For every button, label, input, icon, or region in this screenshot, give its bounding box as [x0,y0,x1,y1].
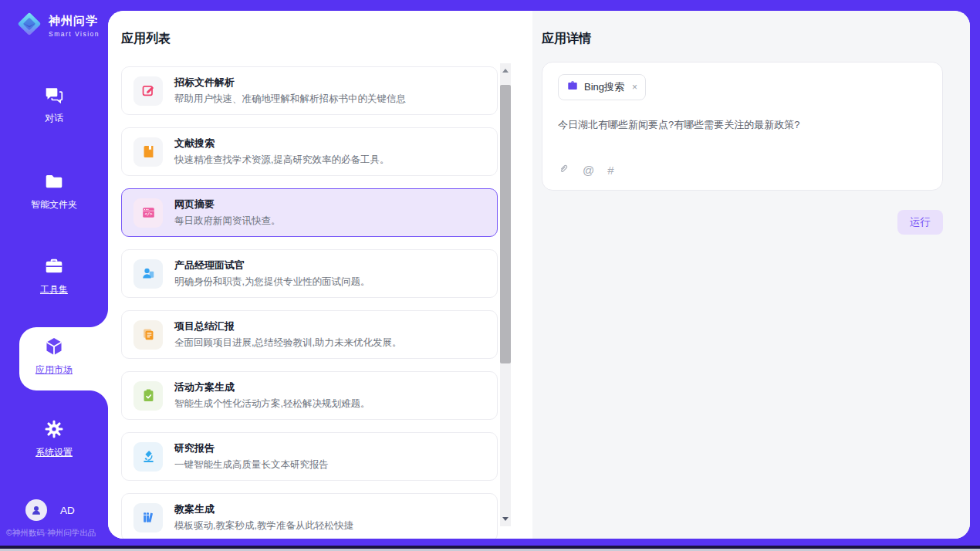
bubble-notch-top [90,309,108,327]
books-icon [133,503,163,532]
list-item-desc: 模板驱动,教案秒成,教学准备从此轻松快捷 [174,519,353,532]
folder-icon [44,171,64,194]
diamond-logo-icon [15,10,43,41]
app-logo: 神州问学 Smart Vision [15,10,100,41]
list-item-pm-interviewer[interactable]: 产品经理面试官 明确身份和职责,为您提供专业性的面试问题。 [121,249,498,298]
briefcase-icon [566,79,579,95]
list-item-title: 文献搜索 [174,137,389,150]
list-item-desc: 一键智能生成高质量长文本研究报告 [174,458,329,472]
list-item-title: 活动方案生成 [174,380,370,394]
app-list: 招标文件解析 帮助用户快速、准确地理解和解析招标书中的关键信息 文献搜索 快速精… [121,66,498,539]
sidebar: 神州问学 Smart Vision 对话 智能文件夹 [0,0,108,549]
app-list-title: 应用列表 [121,31,171,47]
edit-document-icon [133,76,163,106]
browser-window-icon: </> [133,198,163,228]
app-list-panel: 应用列表 招标文件解析 帮助用户快速、准确地理解和解析招标书中的关键信息 [108,11,532,539]
list-item-title: 产品经理面试官 [174,259,370,272]
tool-tag-label: Bing搜索 [584,80,624,94]
paperclip-icon[interactable] [558,163,569,177]
microscope-icon [133,442,163,472]
book-icon [133,137,163,167]
list-item-desc: 智能生成个性化活动方案,轻松解决规划难题。 [174,397,370,411]
list-item-desc: 每日政府新闻资讯快查。 [174,215,281,228]
list-item-project-summary[interactable]: 项目总结汇报 全面回顾项目进展,总结经验教训,助力未来优化发展。 [121,310,498,359]
prompt-card: Bing搜索 × 今日湖北有哪些新闻要点?有哪些需要关注的最新政策? @ # [542,62,943,191]
app-detail-title: 应用详情 [542,31,591,47]
mention-icon[interactable]: @ [583,164,594,177]
list-item-bid-document-analysis[interactable]: 招标文件解析 帮助用户快速、准确地理解和解析招标书中的关键信息 [121,66,498,115]
user-avatar-icon [25,499,47,521]
gear-icon [44,419,64,442]
tool-tag-bing-search[interactable]: Bing搜索 × [558,74,646,100]
input-toolbar: @ # [558,163,614,177]
list-item-desc: 全面回顾项目进展,总结经验教训,助力未来优化发展。 [174,336,401,350]
sidebar-item-label: 系统设置 [0,446,108,459]
sidebar-item-label: 工具集 [0,283,108,296]
sidebar-item-label: 对话 [0,112,108,125]
scroll-up-icon[interactable] [502,69,509,73]
list-item-desc: 快速精准查找学术资源,提高研究效率的必备工具。 [174,154,389,167]
scroll-down-icon[interactable] [502,517,509,521]
bubble-notch-bottom [90,390,108,409]
app-subtitle: Smart Vision [49,30,100,38]
cube-icon [44,336,64,360]
list-item-desc: 明确身份和职责,为您提供专业性的面试问题。 [174,276,370,289]
interviewer-icon [133,259,163,289]
sidebar-item-settings[interactable]: 系统设置 [0,419,108,459]
scrollbar-thumb[interactable] [500,85,511,363]
query-input[interactable]: 今日湖北有哪些新闻要点?有哪些需要关注的最新政策? [558,117,927,133]
hash-icon[interactable]: # [607,164,613,177]
list-item-web-summary[interactable]: </> 网页摘要 每日政府新闻资讯快查。 [121,188,498,237]
sidebar-item-smart-folder[interactable]: 智能文件夹 [0,171,108,211]
list-item-event-plan[interactable]: 活动方案生成 智能生成个性化活动方案,轻松解决规划难题。 [121,371,498,420]
list-item-title: 招标文件解析 [174,76,406,90]
main-panel: 应用列表 招标文件解析 帮助用户快速、准确地理解和解析招标书中的关键信息 [108,11,970,539]
svg-text:</>: </> [144,211,153,216]
list-scrollbar[interactable] [500,63,511,526]
notes-icon [133,320,163,350]
sidebar-item-app-market[interactable]: 应用市场 [0,336,108,377]
list-item-title: 项目总结汇报 [174,319,401,333]
sidebar-item-label: 应用市场 [0,363,108,377]
sidebar-item-chat[interactable]: 对话 [0,85,108,125]
user-account[interactable]: AD [25,499,75,521]
list-item-lesson-plan[interactable]: 教案生成 模板驱动,教案秒成,教学准备从此轻松快捷 [121,493,498,539]
sidebar-item-toolset[interactable]: 工具集 [0,256,108,296]
toolbox-icon [44,256,64,279]
close-icon[interactable]: × [632,82,637,93]
clipboard-check-icon [133,381,163,411]
list-item-title: 研究报告 [174,441,329,455]
chat-icon [44,85,64,108]
list-item-title: 教案生成 [174,502,353,516]
list-item-research-report[interactable]: 研究报告 一键智能生成高质量长文本研究报告 [121,432,498,481]
list-item-literature-search[interactable]: 文献搜索 快速精准查找学术资源,提高研究效率的必备工具。 [121,127,498,176]
run-button[interactable]: 运行 [897,210,943,235]
app-detail-panel: 应用详情 Bing搜索 × 今日湖北有哪些新闻要点?有哪些需要关注的最新政策? [532,11,970,539]
list-item-title: 网页摘要 [174,198,281,211]
sidebar-item-label: 智能文件夹 [0,198,108,211]
app-window: 神州问学 Smart Vision 对话 智能文件夹 [0,0,980,551]
copyright-footer: ©神州数码·神州问学出品 [6,528,96,539]
app-title: 神州问学 [49,14,100,29]
user-name: AD [60,505,75,516]
list-item-desc: 帮助用户快速、准确地理解和解析招标书中的关键信息 [174,93,406,106]
